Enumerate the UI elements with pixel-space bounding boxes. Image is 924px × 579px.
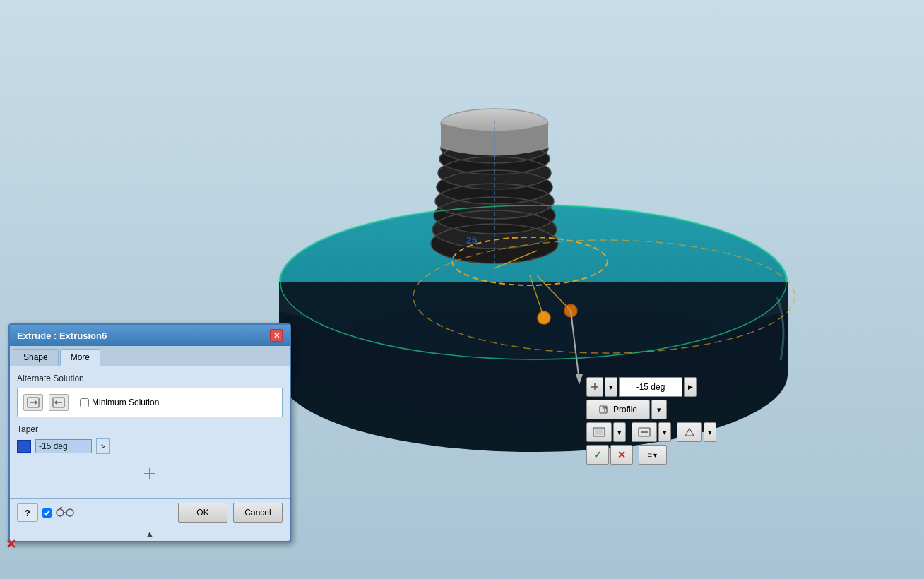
- mode-dropdown-3[interactable]: ▾: [704, 422, 716, 442]
- tab-more[interactable]: More: [60, 349, 100, 366]
- angle-arrow-btn[interactable]: ▶: [684, 377, 697, 397]
- floating-controls: ▾ ▶ Profile ▾: [586, 377, 716, 465]
- ok-button[interactable]: OK: [178, 503, 227, 523]
- svg-marker-39: [54, 400, 57, 405]
- expand-icon: ▾: [609, 383, 613, 392]
- footer-checkbox[interactable]: [42, 508, 52, 518]
- cancel-button[interactable]: Cancel: [233, 503, 283, 523]
- taper-arrow-btn[interactable]: >: [96, 438, 110, 454]
- footer-buttons: OK Cancel: [178, 503, 283, 523]
- confirm-button[interactable]: ✓: [586, 445, 609, 465]
- minimum-solution-label: Minimum Solution: [92, 398, 159, 407]
- reject-button[interactable]: ✕: [610, 445, 633, 465]
- menu-button[interactable]: ≡ ▾: [639, 445, 667, 465]
- footer-left: ?: [17, 503, 76, 522]
- taper-section: Taper >: [17, 424, 283, 454]
- minimum-solution-checkbox[interactable]: [80, 398, 89, 407]
- svg-rect-50: [595, 429, 603, 435]
- mode-dropdown-2[interactable]: ▾: [658, 422, 671, 442]
- alternate-icon-btn-2[interactable]: [49, 394, 69, 411]
- menu-dropdown-icon: ▾: [653, 451, 657, 459]
- svg-point-42: [57, 509, 64, 516]
- taper-row: >: [17, 438, 283, 454]
- profile-label: Profile: [613, 405, 637, 414]
- dialog-titlebar: Extrude : Extrusion6 ✕: [10, 325, 290, 346]
- mode-control-row: ▾ ▾ ▾: [586, 422, 716, 442]
- taper-color-box: [17, 440, 31, 453]
- mode-btn-1[interactable]: [586, 422, 612, 442]
- alternate-section: Minimum Solution: [17, 388, 283, 417]
- alternate-section-label: Alternate Solution: [17, 374, 283, 383]
- svg-rect-47: [600, 406, 607, 413]
- angle-expand-btn[interactable]: ▾: [605, 377, 617, 397]
- svg-marker-53: [685, 429, 694, 436]
- dialog-tabs: Shape More: [10, 346, 290, 366]
- tools-icon: [54, 506, 76, 520]
- profile-dropdown-btn[interactable]: ▾: [651, 400, 667, 419]
- angle-input[interactable]: [619, 377, 682, 397]
- dialog-footer: ? OK Cancel: [10, 498, 290, 528]
- help-button[interactable]: ?: [17, 503, 38, 522]
- x-axis-indicator: ✕: [6, 537, 16, 552]
- dialog-title: Extrude : Extrusion6: [17, 330, 107, 341]
- mode-btn-2[interactable]: [632, 422, 657, 442]
- dialog-bottom-arrow: ▲: [10, 528, 290, 541]
- alternate-icon-btn-1[interactable]: [23, 394, 43, 411]
- minimum-solution-row: Minimum Solution: [80, 398, 159, 407]
- profile-control-row: Profile ▾: [586, 400, 716, 419]
- menu-icon: ≡: [648, 451, 653, 459]
- confirm-control-row: ✓ ✕ ≡ ▾: [586, 445, 716, 465]
- taper-input[interactable]: [35, 439, 92, 453]
- mode-btn-3[interactable]: [677, 422, 702, 442]
- taper-label: Taper: [17, 424, 283, 434]
- dialog-close-button[interactable]: ✕: [270, 329, 283, 342]
- angle-control-row: ▾ ▶: [586, 377, 716, 397]
- profile-icon: [599, 405, 610, 414]
- svg-point-43: [66, 509, 73, 516]
- mode-dropdown-1[interactable]: ▾: [613, 422, 626, 442]
- svg-marker-36: [35, 400, 37, 405]
- crosshair-area: [17, 460, 283, 488]
- extrude-dialog: Extrude : Extrusion6 ✕ Shape More Altern…: [8, 323, 291, 542]
- profile-button[interactable]: Profile: [586, 400, 650, 419]
- dialog-body: Alternate Solution: [10, 366, 290, 495]
- 3d-viewport[interactable]: 25 Extrude : Extrusion6 ✕ Shape More Alt…: [0, 0, 924, 579]
- tab-shape[interactable]: Shape: [13, 349, 59, 366]
- footer-checkbox-row: [42, 506, 76, 520]
- angle-left-btn[interactable]: [586, 377, 603, 397]
- svg-text:25: 25: [466, 234, 478, 246]
